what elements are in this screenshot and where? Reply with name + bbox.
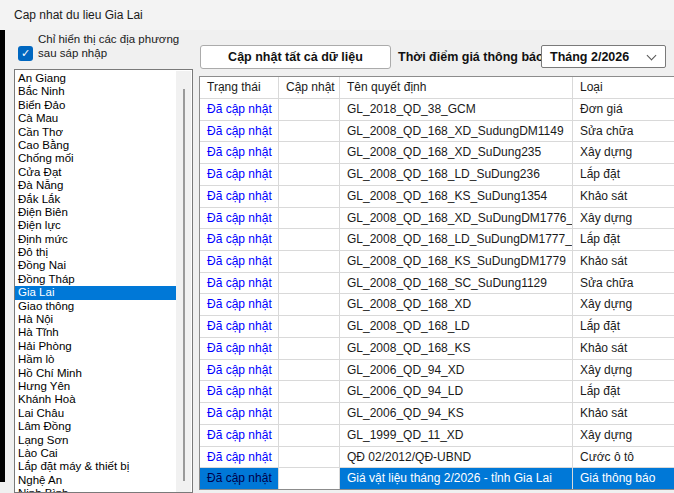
row-update-cell[interactable] xyxy=(279,164,340,186)
table-row[interactable]: Đã cập nhật QĐ 02/2012/QĐ-UBND Cước ô tô xyxy=(200,447,674,469)
province-listbox[interactable]: An GiangBắc NinhBiển ĐảoCà MauCần ThơCao… xyxy=(14,69,193,493)
province-list-item[interactable]: Điện lực xyxy=(15,219,176,232)
province-list-item[interactable]: Cà Mau xyxy=(15,112,176,125)
row-update-cell[interactable] xyxy=(279,447,340,469)
province-list-item[interactable]: Cao Bằng xyxy=(15,139,176,152)
province-list-item[interactable]: Đà Nẵng xyxy=(15,179,176,192)
province-list-item[interactable]: Định mức xyxy=(15,233,176,246)
row-update-cell[interactable] xyxy=(279,229,340,251)
col-header-update[interactable]: Cập nhật xyxy=(279,77,340,99)
province-list-item[interactable]: Cần Thơ xyxy=(15,126,176,139)
province-list-item[interactable]: Hưng Yên xyxy=(15,380,176,393)
province-list-item[interactable]: Lạng Sơn xyxy=(15,434,176,447)
row-update-cell[interactable] xyxy=(279,381,340,403)
province-list-item[interactable]: Cửa Đạt xyxy=(15,166,176,179)
row-status[interactable]: Đã cập nhật xyxy=(200,251,279,273)
row-status[interactable]: Đã cập nhật xyxy=(200,164,279,186)
update-all-button[interactable]: Cập nhật tất cả dữ liệu xyxy=(200,45,391,69)
price-time-combobox[interactable]: Tháng 2/2026 xyxy=(541,45,666,68)
table-row[interactable]: Đã cập nhật GL_2008_QD_168_LD Lắp đặt xyxy=(200,316,674,338)
scrollbar-thumb[interactable] xyxy=(183,89,185,481)
row-update-cell[interactable] xyxy=(279,186,340,208)
province-list-item[interactable]: Biển Đảo xyxy=(15,99,176,112)
table-row[interactable]: Đã cập nhật GL_2008_QD_168_XD_SudungDM11… xyxy=(200,121,674,143)
province-list-item[interactable]: Đồng Nai xyxy=(15,259,176,272)
row-status[interactable]: Đã cập nhật xyxy=(200,208,279,230)
province-list-item[interactable]: Lắp đặt máy & thiết bị xyxy=(15,460,176,473)
province-list-item[interactable]: Bắc Ninh xyxy=(15,85,176,98)
col-header-name[interactable]: Tên quyết định xyxy=(340,77,573,99)
row-status[interactable]: Đã cập nhật xyxy=(200,381,279,403)
checkbox-checked-icon[interactable]: ✓ xyxy=(18,46,33,61)
row-update-cell[interactable] xyxy=(279,403,340,425)
table-row[interactable]: Đã cập nhật GL_2006_QD_94_KS Khảo sát xyxy=(200,403,674,425)
table-row[interactable]: Đã cập nhật GL_2018_QD_38_GCM Đơn giá xyxy=(200,99,674,121)
province-list-item[interactable]: Nghệ An xyxy=(15,474,176,487)
row-status[interactable]: Đã cập nhật xyxy=(200,273,279,295)
row-update-cell[interactable] xyxy=(279,316,340,338)
row-status[interactable]: Đã cập nhật xyxy=(200,316,279,338)
table-row[interactable]: Đã cập nhật GL_2008_QD_168_LD_SuDung236 … xyxy=(200,164,674,186)
province-list-item[interactable]: Hà Nội xyxy=(15,313,176,326)
table-row[interactable]: Đã cập nhật GL_2006_QD_94_LD Lắp đặt xyxy=(200,381,674,403)
row-update-cell[interactable] xyxy=(279,273,340,295)
row-update-cell[interactable] xyxy=(279,208,340,230)
province-list-item[interactable]: Gia Lai xyxy=(15,286,176,299)
row-update-cell[interactable] xyxy=(279,251,340,273)
row-update-cell[interactable] xyxy=(279,425,340,447)
filter-checkbox-label[interactable]: Chỉ hiển thị các địa phương sau sáp nhập xyxy=(38,33,190,60)
row-status[interactable]: Đã cập nhật xyxy=(200,468,279,490)
table-row[interactable]: Đã cập nhật GL_2008_QD_168_LD_SuDungDM17… xyxy=(200,229,674,251)
table-row[interactable]: Đã cập nhật GL_2008_QD_168_SC_SuDung1129… xyxy=(200,273,674,295)
table-row[interactable]: Đã cập nhật GL_2008_QD_168_KS_SuDungDM17… xyxy=(200,251,674,273)
row-status[interactable]: Đã cập nhật xyxy=(200,425,279,447)
row-status[interactable]: Đã cập nhật xyxy=(200,121,279,143)
province-list-item[interactable]: Ninh Bình xyxy=(15,487,176,493)
row-status[interactable]: Đã cập nhật xyxy=(200,403,279,425)
province-list-item[interactable]: Lào Cai xyxy=(15,447,176,460)
table-row[interactable]: Đã cập nhật GL_2008_QD_168_XD Xây dựng xyxy=(200,294,674,316)
row-status[interactable]: Đã cập nhật xyxy=(200,229,279,251)
row-decision-name: GL_2008_QD_168_XD_SuDungDM1776_588 xyxy=(340,208,573,230)
province-list-item[interactable]: Đồng Tháp xyxy=(15,273,176,286)
row-status[interactable]: Đã cập nhật xyxy=(200,186,279,208)
table-row[interactable]: Đã cập nhật GL_2008_QD_168_KS_SuDung1354… xyxy=(200,186,674,208)
province-list-item[interactable]: Đô thị xyxy=(15,246,176,259)
table-row[interactable]: Đã cập nhật GL_2008_QD_168_KS Khảo sát xyxy=(200,338,674,360)
row-update-cell[interactable] xyxy=(279,142,340,164)
province-list-item[interactable]: Giao thông xyxy=(15,300,176,313)
province-list-item[interactable]: Đắk Lắk xyxy=(15,193,176,206)
row-status[interactable]: Đã cập nhật xyxy=(200,360,279,382)
col-header-type[interactable]: Loại xyxy=(573,77,674,99)
row-status[interactable]: Đã cập nhật xyxy=(200,142,279,164)
row-status[interactable]: Đã cập nhật xyxy=(200,99,279,121)
province-list-item[interactable]: Khánh Hoà xyxy=(15,393,176,406)
province-list-item[interactable]: Hầm lò xyxy=(15,353,176,366)
table-row[interactable]: Đã cập nhật GL_1999_QD_11_XD Xây dựng xyxy=(200,425,674,447)
row-type: Cước ô tô xyxy=(573,447,674,469)
province-list-item[interactable]: Lâm Đồng xyxy=(15,420,176,433)
province-list-item[interactable]: An Giang xyxy=(15,72,176,85)
table-row[interactable]: Đã cập nhật GL_2008_QD_168_XD_SuDung235 … xyxy=(200,142,674,164)
table-row[interactable]: Đã cập nhật Giá vật liệu tháng 2/2026 - … xyxy=(200,468,674,490)
row-update-cell[interactable] xyxy=(279,121,340,143)
row-status[interactable]: Đã cập nhật xyxy=(200,447,279,469)
table-row[interactable]: Đã cập nhật GL_2006_QD_94_XD Xây dựng xyxy=(200,360,674,382)
province-list-item[interactable]: Hà Tĩnh xyxy=(15,326,176,339)
row-update-cell[interactable] xyxy=(279,360,340,382)
row-update-cell[interactable] xyxy=(279,338,340,360)
row-update-cell[interactable] xyxy=(279,294,340,316)
province-list-item[interactable]: Điện Biên xyxy=(15,206,176,219)
province-list-item[interactable]: Chống mối xyxy=(15,152,176,165)
row-status[interactable]: Đã cập nhật xyxy=(200,294,279,316)
province-list-item[interactable]: Hồ Chí Minh xyxy=(15,367,176,380)
row-status[interactable]: Đã cập nhật xyxy=(200,338,279,360)
table-row[interactable]: Đã cập nhật GL_2008_QD_168_XD_SuDungDM17… xyxy=(200,208,674,230)
province-list-item[interactable]: Lai Châu xyxy=(15,407,176,420)
province-list-scrollbar[interactable] xyxy=(176,71,191,493)
row-update-cell[interactable] xyxy=(279,468,340,490)
row-decision-name: GL_2006_QD_94_LD xyxy=(340,381,573,403)
province-list-item[interactable]: Hải Phòng xyxy=(15,340,176,353)
row-update-cell[interactable] xyxy=(279,99,340,121)
col-header-status[interactable]: Trạng thái xyxy=(200,77,279,99)
